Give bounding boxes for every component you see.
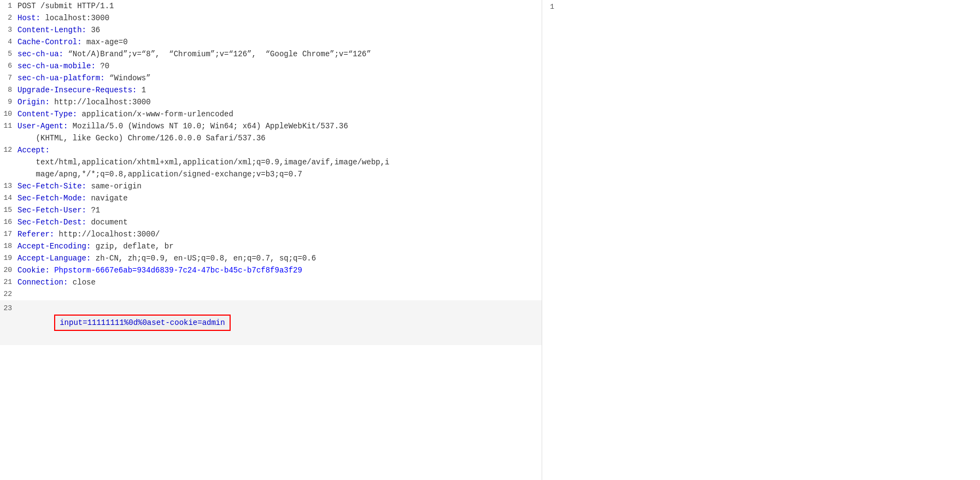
code-line-15: 15 Sec-Fetch-User: ?1 [0, 204, 542, 216]
line-num-7: 7 [0, 72, 15, 84]
code-line-18: 18 Accept-Encoding: gzip, deflate, br [0, 240, 542, 252]
code-line-17: 17 Referer: http://localhost:3000/ [0, 228, 542, 240]
line-content-19: Accept-Language: zh-CN, zh;q=0.9, en-US;… [15, 252, 542, 264]
code-line-1: 1 POST /submit HTTP/1.1 [0, 0, 542, 12]
code-line-21: 21 Connection: close [0, 276, 542, 288]
code-line-2: 2 Host: localhost:3000 [0, 12, 542, 24]
line-num-1: 1 [0, 0, 15, 12]
line-num-8: 8 [0, 84, 15, 96]
line-content-1: POST /submit HTTP/1.1 [15, 0, 542, 12]
line-content-21: Connection: close [15, 276, 542, 288]
line-num-3: 3 [0, 24, 15, 36]
line-num-23: 23 [0, 303, 15, 315]
line-content-7: sec-ch-ua-platform: “Windows” [15, 72, 542, 84]
code-content: 1 POST /submit HTTP/1.1 2 Host: localhos… [0, 0, 542, 480]
code-line-11: 11 User-Agent: Mozilla/5.0 (Windows NT 1… [0, 120, 542, 144]
line-num-4: 4 [0, 36, 15, 48]
code-line-12: 12 Accept: text/html,application/xhtml+x… [0, 144, 542, 180]
line-content-10: Content-Type: application/x-www-form-url… [15, 108, 542, 120]
code-line-9: 9 Origin: http://localhost:3000 [0, 96, 542, 108]
code-line-10: 10 Content-Type: application/x-www-form-… [0, 108, 542, 120]
right-line-1: 1 [542, 0, 980, 13]
code-line-23: 23 input=11111111%0d%0aset-cookie=admin [0, 300, 542, 345]
line-num-12: 12 [0, 144, 15, 156]
code-line-5: 5 sec-ch-ua: “Not/A)Brand”;v=“8”, “Chrom… [0, 48, 542, 60]
line-num-20: 20 [0, 264, 15, 276]
line-content-12: Accept: text/html,application/xhtml+xml,… [15, 144, 542, 180]
code-line-7: 7 sec-ch-ua-platform: “Windows” [0, 72, 542, 84]
code-line-6: 6 sec-ch-ua-mobile: ?0 [0, 60, 542, 72]
line-num-10: 10 [0, 108, 15, 120]
line-content-15: Sec-Fetch-User: ?1 [15, 204, 542, 216]
line-num-19: 19 [0, 252, 15, 264]
code-line-13: 13 Sec-Fetch-Site: same-origin [0, 180, 542, 192]
line-content-16: Sec-Fetch-Dest: document [15, 216, 542, 228]
line-content-9: Origin: http://localhost:3000 [15, 96, 542, 108]
line-num-21: 21 [0, 276, 15, 288]
code-line-4: 4 Cache-Control: max-age=0 [0, 36, 542, 48]
line-content-14: Sec-Fetch-Mode: navigate [15, 192, 542, 204]
code-line-8: 8 Upgrade-Insecure-Requests: 1 [0, 84, 542, 96]
line-num-6: 6 [0, 60, 15, 72]
code-line-14: 14 Sec-Fetch-Mode: navigate [0, 192, 542, 204]
line-num-11: 11 [0, 120, 15, 132]
line-num-22: 22 [0, 288, 15, 300]
line-num-15: 15 [0, 204, 15, 216]
code-line-22: 22 [0, 288, 542, 300]
code-line-3: 3 Content-Length: 36 [0, 24, 542, 36]
line-content-17: Referer: http://localhost:3000/ [15, 228, 542, 240]
line-num-2: 2 [0, 12, 15, 24]
code-line-20: 20 Cookie: Phpstorm-6667e6ab=934d6839-7c… [0, 264, 542, 276]
line-content-3: Content-Length: 36 [15, 24, 542, 36]
line-num-5: 5 [0, 48, 15, 60]
line-content-11: User-Agent: Mozilla/5.0 (Windows NT 10.0… [15, 120, 542, 144]
left-code-panel: 1 POST /submit HTTP/1.1 2 Host: localhos… [0, 0, 542, 480]
code-line-16: 16 Sec-Fetch-Dest: document [0, 216, 542, 228]
line-num-18: 18 [0, 240, 15, 252]
right-code-panel: 1 [542, 0, 980, 480]
line-num-14: 14 [0, 192, 15, 204]
highlighted-payload: input=11111111%0d%0aset-cookie=admin [54, 315, 230, 331]
line-num-13: 13 [0, 180, 15, 192]
right-line-num-1: 1 [542, 0, 558, 13]
code-line-19: 19 Accept-Language: zh-CN, zh;q=0.9, en-… [0, 252, 542, 264]
line-num-16: 16 [0, 216, 15, 228]
line-content-13: Sec-Fetch-Site: same-origin [15, 180, 542, 192]
right-code-content: 1 [542, 0, 980, 480]
line-content-18: Accept-Encoding: gzip, deflate, br [15, 240, 542, 252]
line-num-17: 17 [0, 228, 15, 240]
line-content-5: sec-ch-ua: “Not/A)Brand”;v=“8”, “Chromiu… [15, 48, 542, 60]
line-num-9: 9 [0, 96, 15, 108]
line-content-2: Host: localhost:3000 [15, 12, 542, 24]
line-content-4: Cache-Control: max-age=0 [15, 36, 542, 48]
line-content-20: Cookie: Phpstorm-6667e6ab=934d6839-7c24-… [15, 264, 542, 276]
line-content-6: sec-ch-ua-mobile: ?0 [15, 60, 542, 72]
line-content-8: Upgrade-Insecure-Requests: 1 [15, 84, 542, 96]
line-content-23: input=11111111%0d%0aset-cookie=admin [15, 303, 542, 343]
